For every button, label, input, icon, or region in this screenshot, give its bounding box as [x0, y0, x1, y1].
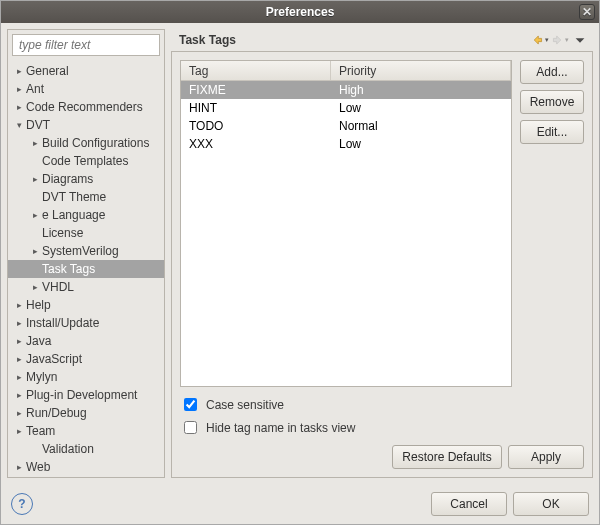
expand-icon[interactable]: ▸ — [12, 316, 26, 330]
tree-item[interactable]: ▸XML — [8, 476, 164, 477]
tree-item-label: Build Configurations — [42, 136, 160, 150]
tree-item[interactable]: Code Templates — [8, 152, 164, 170]
restore-defaults-button[interactable]: Restore Defaults — [392, 445, 502, 469]
collapse-icon[interactable]: ▾ — [12, 118, 26, 132]
tree-item-label: License — [42, 226, 160, 240]
case-sensitive-option[interactable]: Case sensitive — [180, 395, 584, 414]
tree-item[interactable]: ▸e Language — [8, 206, 164, 224]
tree-item[interactable]: ▸General — [8, 62, 164, 80]
apply-button[interactable]: Apply — [508, 445, 584, 469]
tree-item[interactable]: ▸VHDL — [8, 278, 164, 296]
close-icon[interactable]: ✕ — [579, 4, 595, 20]
tree-item[interactable]: ▸Web — [8, 458, 164, 476]
table-row[interactable]: XXXLow — [181, 135, 511, 153]
tree-item[interactable]: ▸JavaScript — [8, 350, 164, 368]
forward-icon[interactable]: ▾ — [551, 32, 569, 48]
expand-icon[interactable]: ▸ — [28, 280, 42, 294]
expand-icon[interactable]: ▸ — [28, 208, 42, 222]
tree-spacer — [28, 190, 42, 204]
tree-item[interactable]: Task Tags — [8, 260, 164, 278]
expand-icon[interactable]: ▸ — [12, 298, 26, 312]
tree-item[interactable]: ▸Code Recommenders — [8, 98, 164, 116]
tree-item[interactable]: ▸Java — [8, 332, 164, 350]
category-tree[interactable]: ▸General▸Ant▸Code Recommenders▾DVT▸Build… — [8, 60, 164, 477]
expand-icon[interactable]: ▸ — [12, 406, 26, 420]
tree-item-label: SystemVerilog — [42, 244, 160, 258]
tree-item[interactable]: DVT Theme — [8, 188, 164, 206]
tree-item-label: Validation — [42, 442, 160, 456]
cell-priority: Low — [331, 136, 511, 152]
tree-item-label: DVT — [26, 118, 160, 132]
expand-icon[interactable]: ▸ — [12, 370, 26, 384]
add-button[interactable]: Add... — [520, 60, 584, 84]
ok-button[interactable]: OK — [513, 492, 589, 516]
hide-tag-checkbox[interactable] — [184, 421, 197, 434]
expand-icon[interactable]: ▸ — [12, 100, 26, 114]
tree-item-label: DVT Theme — [42, 190, 160, 204]
back-icon[interactable]: ▾ — [531, 32, 549, 48]
category-sidebar: ▸General▸Ant▸Code Recommenders▾DVT▸Build… — [7, 29, 165, 478]
tree-item-label: VHDL — [42, 280, 160, 294]
page-title: Task Tags — [179, 33, 529, 47]
expand-icon[interactable]: ▸ — [12, 460, 26, 474]
expand-icon[interactable]: ▸ — [12, 82, 26, 96]
expand-icon[interactable]: ▸ — [12, 64, 26, 78]
cell-priority: Low — [331, 100, 511, 116]
tree-item[interactable]: ▸Diagrams — [8, 170, 164, 188]
table-row[interactable]: HINTLow — [181, 99, 511, 117]
view-menu-icon[interactable] — [571, 32, 589, 48]
cell-priority: Normal — [331, 118, 511, 134]
tree-item[interactable]: Validation — [8, 440, 164, 458]
expand-icon[interactable]: ▸ — [28, 172, 42, 186]
table-body: FIXMEHighHINTLowTODONormalXXXLow — [181, 81, 511, 386]
tree-item-label: General — [26, 64, 160, 78]
tree-item[interactable]: ▸Install/Update — [8, 314, 164, 332]
expand-icon[interactable]: ▸ — [12, 424, 26, 438]
hide-tag-option[interactable]: Hide tag name in tasks view — [180, 418, 584, 437]
expand-icon[interactable]: ▸ — [28, 136, 42, 150]
expand-icon[interactable]: ▸ — [12, 334, 26, 348]
expand-icon[interactable]: ▸ — [28, 244, 42, 258]
column-header-tag[interactable]: Tag — [181, 61, 331, 80]
tree-item[interactable]: ▸Team — [8, 422, 164, 440]
tree-item[interactable]: ▸SystemVerilog — [8, 242, 164, 260]
tree-item-label: Task Tags — [42, 262, 160, 276]
task-tags-table[interactable]: Tag Priority FIXMEHighHINTLowTODONormalX… — [180, 60, 512, 387]
tree-item[interactable]: ▸Run/Debug — [8, 404, 164, 422]
filter-box[interactable] — [12, 34, 160, 56]
tree-item-label: Mylyn — [26, 370, 160, 384]
tree-item-label: Plug-in Development — [26, 388, 160, 402]
tree-item[interactable]: ▸Plug-in Development — [8, 386, 164, 404]
tree-item-label: Java — [26, 334, 160, 348]
table-row[interactable]: FIXMEHigh — [181, 81, 511, 99]
expand-icon[interactable]: ▸ — [12, 388, 26, 402]
cell-tag: FIXME — [181, 82, 331, 98]
case-sensitive-label: Case sensitive — [206, 398, 284, 412]
page-bottom-buttons: Restore Defaults Apply — [180, 445, 584, 469]
tree-item-label: JavaScript — [26, 352, 160, 366]
tree-item[interactable]: ▸Mylyn — [8, 368, 164, 386]
window-title: Preferences — [266, 5, 335, 19]
table-row[interactable]: TODONormal — [181, 117, 511, 135]
cell-tag: XXX — [181, 136, 331, 152]
column-header-priority[interactable]: Priority — [331, 61, 511, 80]
tree-item[interactable]: ▸Build Configurations — [8, 134, 164, 152]
tree-item-label: Code Recommenders — [26, 100, 160, 114]
cancel-button[interactable]: Cancel — [431, 492, 507, 516]
cell-priority: High — [331, 82, 511, 98]
help-icon[interactable]: ? — [11, 493, 33, 515]
tree-spacer — [28, 154, 42, 168]
expand-icon[interactable]: ▸ — [12, 352, 26, 366]
remove-button[interactable]: Remove — [520, 90, 584, 114]
page-header: Task Tags ▾ ▾ — [171, 29, 593, 51]
edit-button[interactable]: Edit... — [520, 120, 584, 144]
tree-item[interactable]: License — [8, 224, 164, 242]
tree-item[interactable]: ▸Help — [8, 296, 164, 314]
tree-item[interactable]: ▾DVT — [8, 116, 164, 134]
options: Case sensitive Hide tag name in tasks vi… — [180, 395, 584, 437]
tree-spacer — [28, 226, 42, 240]
filter-input[interactable] — [17, 36, 172, 54]
tree-item[interactable]: ▸Ant — [8, 80, 164, 98]
tree-item-label: Diagrams — [42, 172, 160, 186]
case-sensitive-checkbox[interactable] — [184, 398, 197, 411]
